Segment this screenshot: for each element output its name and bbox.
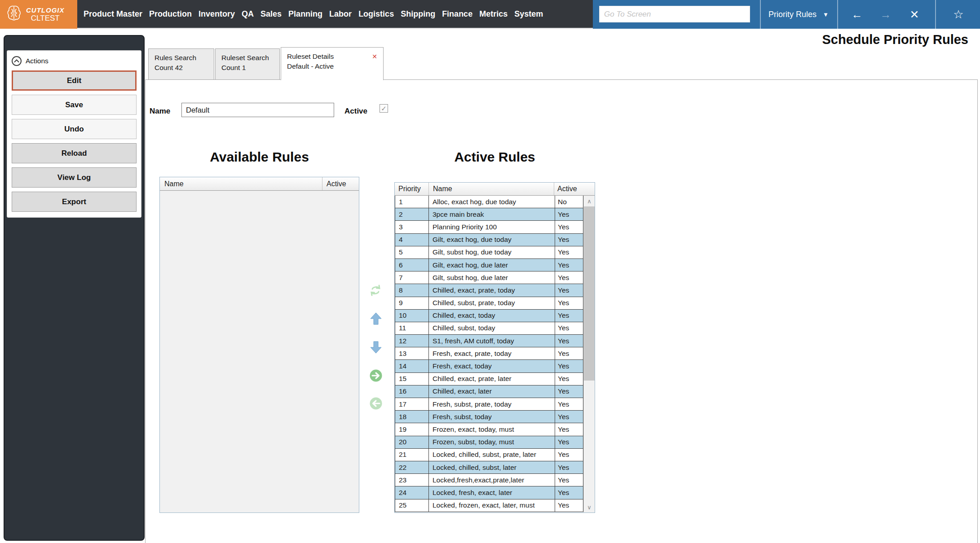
nav-item-sales[interactable]: Sales: [260, 9, 282, 19]
rule-row-13[interactable]: 13Fresh, exact, prate, todayYes: [395, 347, 583, 360]
cell-active: Yes: [555, 436, 583, 448]
rule-row-17[interactable]: 17Fresh, subst, prate, todayYes: [395, 398, 583, 411]
close-screen-button[interactable]: ✕: [901, 0, 928, 29]
goto-screen-input[interactable]: [599, 6, 750, 22]
nav-item-shipping[interactable]: Shipping: [401, 9, 435, 19]
refresh-icon[interactable]: [369, 284, 382, 297]
scroll-up-icon[interactable]: ∧: [584, 196, 595, 206]
save-button[interactable]: Save: [12, 95, 137, 115]
cell-name: Planning Priority 100: [429, 221, 555, 233]
scrollbar-thumb[interactable]: [584, 206, 595, 381]
rule-row-21[interactable]: 21Locked, chilled, subst, prate, laterYe…: [395, 449, 583, 461]
cell-active: Yes: [555, 310, 583, 322]
cell-active: Yes: [555, 259, 583, 271]
rule-row-16[interactable]: 16Chilled, exact, laterYes: [395, 385, 583, 398]
tab-title: Ruleset Search: [221, 53, 269, 63]
rule-row-23[interactable]: 23Locked,fresh,exact,prate,laterYes: [395, 474, 583, 486]
nav-item-qa[interactable]: QA: [242, 9, 254, 19]
screen-dropdown[interactable]: Priority Rules ▼: [762, 0, 835, 29]
undo-button[interactable]: Undo: [12, 119, 137, 139]
rule-row-10[interactable]: 10Chilled, exact, todayYes: [395, 310, 583, 322]
scroll-down-icon[interactable]: ∨: [584, 502, 595, 512]
ruleset-name-input[interactable]: [181, 103, 334, 117]
cell-active: No: [555, 196, 583, 208]
cell-name: Chilled, subst, today: [429, 322, 555, 334]
tab-ruleset-search[interactable]: Ruleset SearchCount 1: [215, 48, 280, 80]
rule-row-7[interactable]: 7Gilt, subst hog, due laterYes: [395, 272, 583, 284]
nav-item-product-master[interactable]: Product Master: [84, 9, 142, 19]
vertical-scrollbar[interactable]: ∧ ∨: [583, 196, 595, 512]
cell-active: Yes: [555, 423, 583, 435]
rule-row-24[interactable]: 24Locked, fresh, exact, laterYes: [395, 486, 583, 499]
tab-close-icon[interactable]: ✕: [372, 52, 377, 61]
favorite-star-icon[interactable]: ☆: [937, 0, 980, 29]
edit-button[interactable]: Edit: [12, 70, 137, 91]
nav-item-finance[interactable]: Finance: [442, 9, 472, 19]
rule-row-8[interactable]: 8Chilled, exact, prate, todayYes: [395, 284, 583, 297]
rule-row-3[interactable]: 3Planning Priority 100Yes: [395, 221, 583, 233]
column-header-active[interactable]: Active: [554, 183, 583, 195]
rule-row-4[interactable]: 4Gilt, exact hog, due todayYes: [395, 234, 583, 246]
divider: [760, 0, 761, 29]
export-button[interactable]: Export: [12, 192, 137, 212]
move-right-icon[interactable]: [369, 369, 383, 382]
brand-logo[interactable]: CUTLOGIX CLTEST: [0, 0, 77, 29]
cell-name: Gilt, exact hog, due today: [429, 234, 555, 246]
rule-row-11[interactable]: 11Chilled, subst, todayYes: [395, 322, 583, 335]
column-header-name[interactable]: Name: [429, 185, 554, 193]
rule-row-9[interactable]: 9Chilled, subst, prate, todayYes: [395, 297, 583, 310]
move-up-icon[interactable]: [370, 312, 382, 325]
active-rules-rows: 1Alloc, exact hog, due todayNo23pce main…: [395, 196, 583, 512]
nav-item-planning[interactable]: Planning: [288, 9, 322, 19]
cell-name: Fresh, subst, today: [429, 411, 555, 423]
rule-row-20[interactable]: 20Frozen, subst, today, mustYes: [395, 436, 583, 449]
cell-priority: 25: [395, 499, 429, 512]
active-checkbox[interactable]: ✓: [380, 104, 388, 113]
cell-priority: 17: [395, 398, 429, 410]
tab-strip: Rules SearchCount 42Ruleset SearchCount …: [148, 47, 384, 80]
cell-name: Frozen, subst, today, must: [429, 436, 555, 448]
cell-priority: 9: [395, 297, 429, 309]
cell-active: Yes: [555, 234, 583, 246]
rule-row-22[interactable]: 22Locked, chilled, subst, laterYes: [395, 461, 583, 474]
nav-item-labor[interactable]: Labor: [329, 9, 352, 19]
chevron-down-icon: ▼: [823, 11, 829, 18]
collapse-chevron-icon[interactable]: [12, 56, 22, 66]
reload-button[interactable]: Reload: [12, 143, 137, 163]
rule-row-2[interactable]: 23pce main breakYes: [395, 208, 583, 221]
tab-title: Rules Search: [155, 53, 196, 63]
rule-row-12[interactable]: 12S1, fresh, AM cutoff, todayYes: [395, 335, 583, 347]
nav-item-logistics[interactable]: Logistics: [358, 9, 394, 19]
tab-ruleset-details[interactable]: Ruleset Details✕Default - Active: [281, 47, 384, 80]
cell-active: Yes: [555, 322, 583, 334]
column-header-active[interactable]: Active: [322, 177, 359, 190]
cell-name: Gilt, subst hog, due today: [429, 246, 555, 258]
cell-name: Gilt, exact hog, due later: [429, 259, 555, 271]
rule-row-18[interactable]: 18Fresh, subst, todayYes: [395, 411, 583, 423]
nav-item-inventory[interactable]: Inventory: [199, 9, 235, 19]
nav-item-metrics[interactable]: Metrics: [479, 9, 508, 19]
rule-row-25[interactable]: 25Locked, frozen, exact, later, mustYes: [395, 499, 583, 512]
move-down-icon[interactable]: [370, 341, 382, 354]
rule-row-14[interactable]: 14Fresh, exact, todayYes: [395, 360, 583, 372]
nav-item-production[interactable]: Production: [149, 9, 192, 19]
tab-rules-search[interactable]: Rules SearchCount 42: [148, 48, 214, 80]
tab-subtitle: Default - Active: [287, 61, 377, 71]
cell-active: Yes: [555, 385, 583, 398]
column-header-priority[interactable]: Priority: [395, 183, 429, 195]
view-log-button[interactable]: View Log: [12, 167, 137, 188]
nav-item-system[interactable]: System: [514, 9, 543, 19]
cell-priority: 7: [395, 272, 429, 284]
cell-priority: 15: [395, 373, 429, 385]
rule-row-1[interactable]: 1Alloc, exact hog, due todayNo: [395, 196, 583, 208]
rule-row-15[interactable]: 15Chilled, exact, prate, laterYes: [395, 373, 583, 385]
move-left-icon[interactable]: [369, 397, 383, 410]
rule-row-19[interactable]: 19Frozen, exact, today, mustYes: [395, 423, 583, 436]
cell-active: Yes: [555, 347, 583, 359]
rule-row-5[interactable]: 5Gilt, subst hog, due todayYes: [395, 246, 583, 259]
back-button[interactable]: ←: [843, 0, 870, 29]
rule-row-6[interactable]: 6Gilt, exact hog, due laterYes: [395, 259, 583, 272]
active-rules-table: Priority Name Active 1Alloc, exact hog, …: [394, 182, 595, 513]
column-header-name[interactable]: Name: [160, 180, 322, 188]
forward-button[interactable]: →: [872, 0, 899, 29]
